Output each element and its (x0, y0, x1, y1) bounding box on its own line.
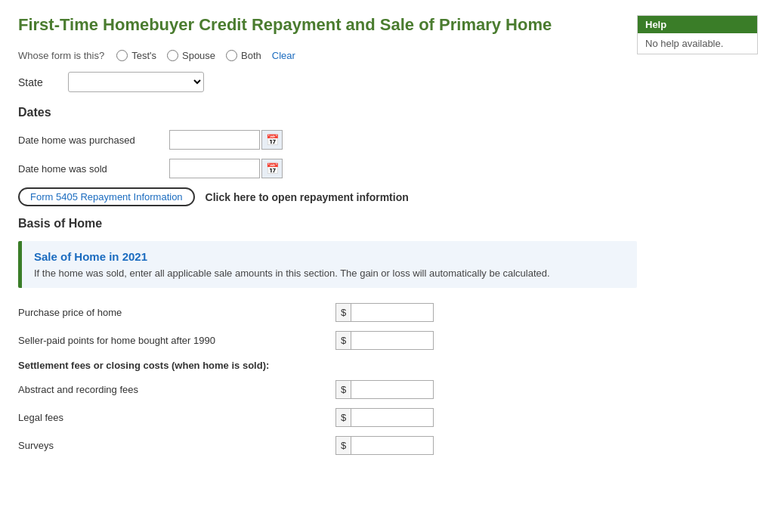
date-purchased-calendar-btn[interactable]: 📅 (261, 130, 283, 150)
abstract-fees-input[interactable] (351, 381, 423, 398)
help-button[interactable]: Help (638, 16, 757, 33)
state-label: State (18, 76, 56, 88)
whose-form-radio-group: Test's Spouse Both Clear (116, 50, 295, 61)
sale-of-home-card: Sale of Home in 2021 If the home was sol… (18, 241, 637, 288)
settlement-heading: Settlement fees or closing costs (when h… (18, 360, 269, 371)
radio-both-input[interactable] (226, 50, 237, 61)
repayment-link[interactable]: Form 5405 Repayment Information (18, 187, 195, 206)
purchase-price-input-group: $ (335, 303, 434, 322)
whose-form-label: Whose form is this? (18, 50, 104, 61)
help-content: No help available. (638, 33, 757, 54)
purchase-price-dollar-sign: $ (336, 304, 351, 321)
abstract-fees-dollar-sign: $ (336, 381, 351, 398)
legal-fees-label: Legal fees (18, 412, 335, 423)
radio-spouse-input[interactable] (167, 50, 178, 61)
clear-link[interactable]: Clear (272, 50, 295, 61)
radio-spouse-label: Spouse (182, 50, 215, 61)
state-select[interactable]: Alabama Alaska Arizona California Colora… (68, 72, 204, 92)
legal-fees-row: Legal fees $ (18, 408, 637, 427)
radio-tests[interactable]: Test's (116, 50, 156, 61)
legal-fees-dollar-sign: $ (336, 409, 351, 426)
abstract-fees-label: Abstract and recording fees (18, 384, 335, 395)
abstract-fees-row: Abstract and recording fees $ (18, 380, 637, 399)
sale-of-home-desc: If the home was sold, enter all applicab… (34, 268, 625, 279)
repayment-click-text: Click here to open repayment informtion (206, 191, 409, 203)
date-purchased-label: Date home was purchased (18, 135, 169, 146)
seller-paid-points-label: Seller-paid points for home bought after… (18, 335, 335, 346)
surveys-row: Surveys $ (18, 436, 637, 455)
purchase-price-input[interactable] (351, 304, 423, 321)
seller-paid-points-input-group: $ (335, 331, 434, 350)
purchase-price-row: Purchase price of home $ (18, 303, 637, 322)
dates-heading: Dates (18, 106, 637, 119)
surveys-dollar-sign: $ (336, 437, 351, 454)
radio-tests-input[interactable] (116, 50, 128, 61)
settlement-heading-row: Settlement fees or closing costs (when h… (18, 359, 637, 371)
radio-both[interactable]: Both (226, 50, 261, 61)
date-purchased-row: Date home was purchased 📅 (18, 130, 637, 150)
help-box: Help No help available. (637, 15, 758, 54)
date-purchased-input[interactable] (169, 130, 260, 150)
date-purchased-input-group: 📅 (169, 130, 283, 150)
seller-paid-points-dollar-sign: $ (336, 332, 351, 349)
abstract-fees-input-group: $ (335, 380, 434, 399)
radio-both-label: Both (241, 50, 261, 61)
radio-tests-label: Test's (131, 50, 156, 61)
date-sold-input-group: 📅 (169, 159, 283, 178)
date-sold-input[interactable] (169, 159, 260, 178)
legal-fees-input-group: $ (335, 408, 434, 427)
date-sold-row: Date home was sold 📅 (18, 159, 637, 178)
seller-paid-points-input[interactable] (351, 332, 423, 349)
sale-of-home-title: Sale of Home in 2021 (34, 250, 625, 263)
radio-spouse[interactable]: Spouse (167, 50, 215, 61)
date-sold-label: Date home was sold (18, 163, 169, 175)
date-sold-calendar-btn[interactable]: 📅 (261, 159, 283, 178)
surveys-label: Surveys (18, 440, 335, 451)
purchase-price-label: Purchase price of home (18, 307, 335, 318)
surveys-input[interactable] (351, 437, 423, 454)
basis-heading: Basis of Home (18, 217, 637, 230)
repayment-area: Form 5405 Repayment Information Click he… (18, 187, 637, 206)
page-title: First-Time Homebuyer Credit Repayment an… (18, 15, 637, 35)
legal-fees-input[interactable] (351, 409, 423, 426)
surveys-input-group: $ (335, 436, 434, 455)
seller-paid-points-row: Seller-paid points for home bought after… (18, 331, 637, 350)
